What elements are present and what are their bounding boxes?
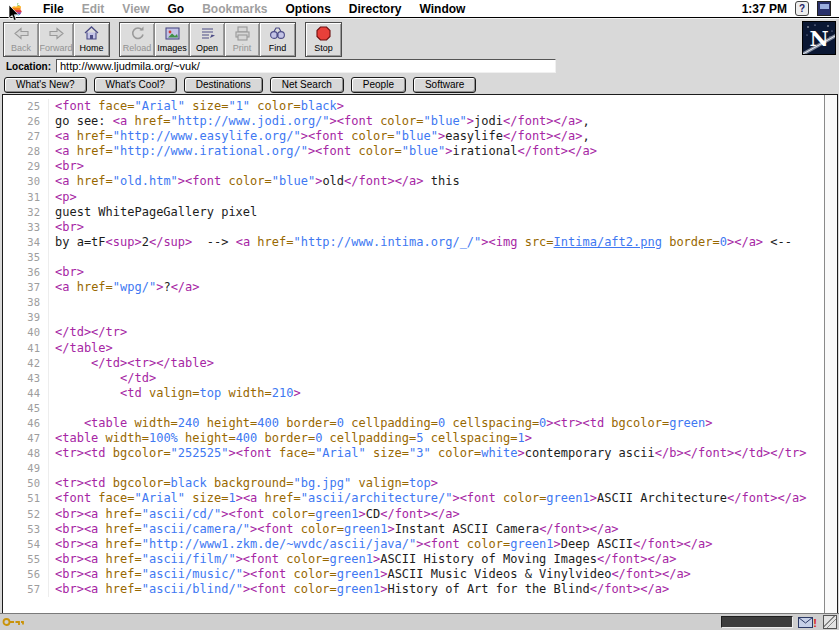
code-segment: "ascii/cd/" <box>142 507 221 522</box>
source-line: 28<a href="http://www.irational.org/"><f… <box>3 144 824 159</box>
code-segment: <font <box>55 491 91 506</box>
code-segment: <a <box>113 114 127 129</box>
code-segment: 1 <box>228 491 235 506</box>
menu-go[interactable]: Go <box>158 2 193 16</box>
toolbar-button-find[interactable]: Find <box>260 23 295 56</box>
code-segment: color= <box>221 174 272 189</box>
toolbar-button-label: Back <box>11 43 31 53</box>
code-segment: go see: <box>55 114 113 129</box>
vertical-scrollbar[interactable] <box>824 95 837 613</box>
netscape-logo[interactable]: N <box>802 21 836 55</box>
code-segment: > <box>156 280 163 295</box>
code-segment: 240 <box>178 416 200 431</box>
directory-button-net-search[interactable]: Net Search <box>270 77 344 93</box>
code-segment: ><tr><td <box>546 416 604 431</box>
line-number: 57 <box>3 582 49 597</box>
code-segment: "ascii/blind/" <box>142 582 243 597</box>
code-segment: ? <box>163 280 170 295</box>
line-number: 35 <box>3 250 49 265</box>
svg-text:N: N <box>809 26 828 51</box>
code-segment: </td> <box>55 371 156 386</box>
code-segment: "blue" <box>424 114 467 129</box>
directory-button-what-s-new[interactable]: What's New? <box>4 77 87 93</box>
source-line: 54<br><a href="http://www1.zkm.de/~wvdc/… <box>3 537 824 552</box>
print-icon <box>234 25 251 42</box>
netscape-window: BackForwardHomeReloadImagesOpenPrintFind… <box>0 18 839 630</box>
code-segment: 5 <box>416 431 423 446</box>
code-segment: 0 <box>438 416 445 431</box>
source-hyperlink[interactable]: Intima/aft2.png <box>554 235 662 250</box>
code-segment: href= <box>250 235 293 250</box>
code-segment: face= <box>272 446 315 461</box>
code-segment: </font></a> <box>503 129 582 144</box>
code-segment: ><img <box>481 235 517 250</box>
code-segment: width= <box>221 386 272 401</box>
directory-button-destinations[interactable]: Destinations <box>184 77 263 93</box>
toolbar-button-stop[interactable]: Stop <box>306 23 341 56</box>
directory-button-software[interactable]: Software <box>413 77 476 93</box>
toolbar-button-open[interactable]: Open <box>190 23 225 56</box>
code-segment: color= <box>286 567 337 582</box>
source-line: 48<tr><td bgcolor="252525"><font face="A… <box>3 446 824 461</box>
code-segment: ><font <box>221 507 264 522</box>
code-segment: href= <box>69 280 112 295</box>
application-menu-icon[interactable] <box>817 2 831 16</box>
toolbar-button-home[interactable]: Home <box>74 23 109 56</box>
menu-window[interactable]: Window <box>411 2 475 16</box>
line-number: 52 <box>3 507 49 522</box>
line-number: 47 <box>3 431 49 446</box>
code-segment: 0 <box>315 431 322 446</box>
code-segment: ><font <box>243 567 286 582</box>
code-segment: height= <box>200 416 258 431</box>
code-segment: > <box>445 144 452 159</box>
code-segment: > <box>438 129 445 144</box>
directory-button-what-s-cool[interactable]: What's Cool? <box>94 77 177 93</box>
toolbar-button-images[interactable]: Images <box>155 23 190 56</box>
code-segment: <br> <box>55 159 84 174</box>
mouse-cursor <box>8 5 20 23</box>
code-segment: old <box>322 174 344 189</box>
code-segment: green1 <box>315 507 358 522</box>
line-number: 36 <box>3 265 49 280</box>
open-icon <box>199 25 216 42</box>
code-segment: ><font <box>250 522 293 537</box>
source-line: 35 <box>3 250 824 265</box>
menu-file[interactable]: File <box>34 2 73 16</box>
menu-options[interactable]: Options <box>277 2 340 16</box>
code-segment: ><font <box>308 144 351 159</box>
balloon-help-icon[interactable]: ? <box>795 2 809 16</box>
location-input[interactable] <box>56 59 556 73</box>
menu-directory[interactable]: Directory <box>340 2 411 16</box>
stop-icon <box>315 25 332 42</box>
line-number: 54 <box>3 537 49 552</box>
menu-items: FileEditViewGoBookmarksOptionsDirectoryW… <box>34 2 474 16</box>
directory-button-people[interactable]: People <box>351 77 406 93</box>
code-segment: black <box>301 99 337 114</box>
toolbar-button-back: Back <box>4 23 39 56</box>
code-segment: ><font <box>416 537 459 552</box>
resize-grip[interactable] <box>823 615 837 629</box>
code-segment: 2 <box>142 235 149 250</box>
code-segment: > <box>337 99 344 114</box>
line-number: 28 <box>3 144 49 159</box>
toolbar-button-group: ReloadImagesOpenPrintFind <box>119 22 296 57</box>
toolbar-button-label: Images <box>157 43 187 53</box>
code-segment: guest WhitePageGallery pixel <box>55 205 257 220</box>
code-segment: href= <box>98 507 141 522</box>
line-number: 43 <box>3 371 49 386</box>
line-number: 51 <box>3 491 49 506</box>
code-segment: <br><a <box>55 582 98 597</box>
code-segment: href= <box>69 144 112 159</box>
code-segment: "ascii/camera/" <box>142 522 250 537</box>
code-segment: </font></a> <box>503 114 582 129</box>
mail-envelope-icon[interactable]: ! <box>798 616 818 629</box>
code-segment: color= <box>265 507 316 522</box>
code-segment: border= <box>279 416 337 431</box>
code-segment: </td><tr></table> <box>55 356 214 371</box>
status-bar: ! <box>0 613 839 630</box>
code-segment: 0 <box>720 235 727 250</box>
line-number: 32 <box>3 205 49 220</box>
code-segment: </font></a> <box>611 567 690 582</box>
toolbar-button-label: Stop <box>314 43 333 53</box>
code-segment: 0 <box>337 416 344 431</box>
